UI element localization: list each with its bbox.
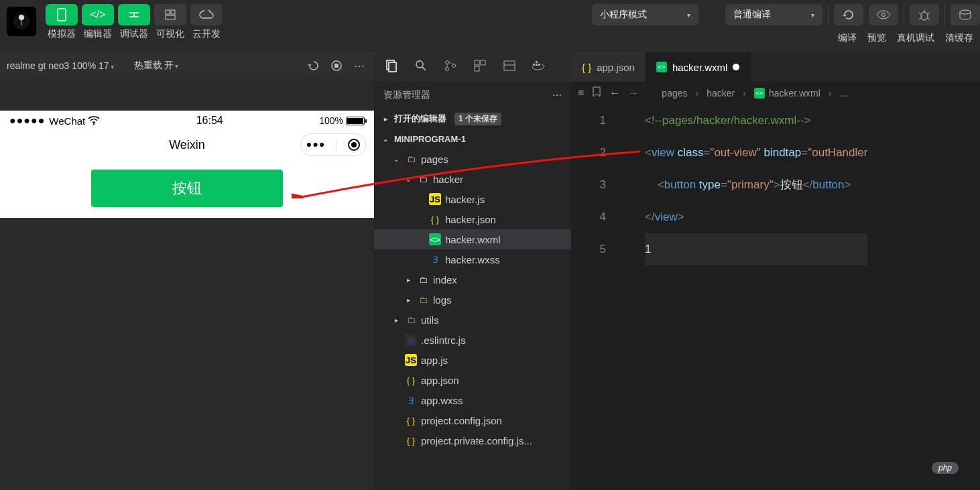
breadcrumb-pages[interactable]: pages (662, 88, 687, 99)
file-project-private[interactable]: { }project.private.config.js... (374, 430, 571, 450)
svg-rect-24 (538, 64, 540, 66)
battery-icon (346, 117, 365, 125)
php-watermark: php (932, 462, 959, 474)
breadcrumb-more[interactable]: ... (840, 88, 848, 99)
real-debug-label: 真机调试 (897, 32, 934, 44)
panel-icon[interactable] (501, 59, 517, 76)
editor-label: 编辑器 (84, 28, 112, 40)
svg-rect-2 (58, 9, 66, 21)
capsule-close-icon[interactable] (348, 139, 360, 151)
svg-point-7 (921, 12, 928, 20)
cloud-button[interactable]: 云开发 (190, 4, 223, 50)
file-hacker-js[interactable]: JShacker.js (374, 189, 571, 209)
file-hacker-json[interactable]: { }hacker.json (374, 209, 571, 229)
explorer-more-icon[interactable]: ⋯ (552, 90, 562, 101)
simulator-label: 模拟器 (48, 28, 76, 40)
svg-point-14 (416, 61, 423, 68)
code-content: <!--pages/hacker/hacker.wxml--> <view cl… (645, 105, 867, 265)
breadcrumb-hacker[interactable]: hacker (707, 88, 735, 99)
file-hacker-wxml[interactable]: <>hacker.wxml (374, 229, 571, 249)
svg-rect-5 (166, 15, 175, 19)
svg-point-8 (960, 10, 971, 14)
hotreload-dropdown[interactable]: 热重载 开▾ (134, 60, 179, 72)
svg-rect-21 (504, 61, 515, 70)
signal-icon: ●●●●● (9, 115, 45, 127)
explorer-panel: 资源管理器 ⋯ ▸ 打开的编辑器 1 个未保存 ⌄ MINIPROGRAM-1 … (374, 82, 571, 490)
preview-icon-button[interactable] (869, 4, 898, 25)
git-icon[interactable] (442, 59, 458, 76)
toolbar-right-labels: 编译 预览 真机调试 清缓存 (838, 32, 973, 44)
svg-rect-18 (475, 60, 479, 65)
folder-index[interactable]: ▸🗀index (374, 269, 571, 290)
top-toolbar: 模拟器 </> 编辑器 调试器 可视化 云开发 小程序模式▾ 普通编译▾ (0, 0, 980, 50)
primary-button[interactable]: 按钮 (91, 170, 283, 207)
svg-rect-20 (475, 66, 479, 71)
clear-cache-label: 清缓存 (945, 32, 973, 44)
bookmark-icon[interactable] (592, 86, 601, 100)
primary-button-label: 按钮 (172, 178, 202, 198)
compile-dropdown-label: 普通编译 (733, 9, 771, 21)
simulator-bar: realme gt neo3 100% 17▾ 热重载 开▾ ⋯ (0, 52, 374, 79)
file-app-json[interactable]: { }app.json (374, 370, 571, 390)
wifi-icon (88, 116, 100, 125)
phone-capsule[interactable]: ••• (300, 133, 366, 156)
svg-rect-10 (334, 64, 339, 68)
folder-logs[interactable]: ▸🗀logs (374, 290, 571, 310)
explorer-title-row: 资源管理器 ⋯ (374, 82, 571, 109)
file-app-wxss[interactable]: ∃app.wxss (374, 390, 571, 410)
tab-app-json[interactable]: { }app.json (571, 52, 646, 82)
editor-tabs: { }app.json <>hacker.wxml (571, 52, 980, 82)
breadcrumb: ≡ ← → pages› hacker› <>hacker.wxml› ... (571, 82, 980, 105)
editor-button[interactable]: </> 编辑器 (82, 4, 114, 50)
debugger-label: 调试器 (120, 28, 148, 40)
folder-hacker[interactable]: ⌄🗀hacker (374, 169, 571, 189)
compile-icon-button[interactable] (834, 4, 863, 25)
explorer-icon[interactable] (383, 59, 400, 76)
open-editors-header[interactable]: ▸ 打开的编辑器 1 个未保存 (374, 109, 571, 129)
docker-icon[interactable] (531, 60, 547, 75)
breadcrumb-file[interactable]: <>hacker.wxml (754, 88, 820, 99)
mode-dropdown-label: 小程序模式 (600, 9, 647, 21)
file-project-config[interactable]: { }project.config.json (374, 410, 571, 430)
refresh-icon[interactable] (306, 58, 322, 74)
debugger-button[interactable]: 调试器 (118, 4, 150, 50)
tab-hacker-wxml[interactable]: <>hacker.wxml (646, 52, 751, 82)
stop-icon[interactable] (328, 58, 345, 74)
line-gutter: 1 2 3 4 5 (571, 105, 618, 265)
svg-point-1 (19, 15, 24, 20)
preview-label: 预览 (867, 32, 886, 44)
phone-title: Weixin (169, 138, 205, 152)
svg-rect-22 (533, 64, 535, 66)
svg-point-6 (882, 13, 885, 17)
file-eslint[interactable]: ◎.eslintrc.js (374, 330, 571, 350)
more-icon[interactable]: ⋯ (351, 58, 367, 74)
visualize-label: 可视化 (156, 28, 184, 40)
real-debug-icon-button[interactable] (910, 4, 939, 25)
svg-point-11 (93, 123, 95, 125)
forward-icon[interactable]: → (628, 87, 639, 99)
svg-rect-25 (536, 61, 538, 63)
svg-point-17 (452, 64, 456, 67)
search-icon[interactable] (413, 59, 429, 76)
compile-label: 编译 (838, 32, 857, 44)
device-dropdown[interactable]: realme gt neo3 100% 17▾ (7, 60, 114, 71)
folder-utils[interactable]: ▸🗀utils (374, 310, 571, 330)
folder-pages[interactable]: ⌄🗀pages (374, 149, 571, 169)
file-app-js[interactable]: JSapp.js (374, 350, 571, 370)
code-editor[interactable]: 1 2 3 4 5 <!--pages/hacker/hacker.wxml--… (571, 105, 980, 490)
simulator-button[interactable]: 模拟器 (46, 4, 78, 50)
carrier-label: WeChat (49, 115, 85, 127)
back-icon[interactable]: ← (609, 87, 620, 99)
project-header[interactable]: ⌄ MINIPROGRAM-1 (374, 129, 571, 149)
extensions-icon[interactable] (472, 59, 488, 76)
toolbar-left: 模拟器 </> 编辑器 调试器 可视化 云开发 (46, 0, 223, 50)
clear-cache-icon-button[interactable] (951, 4, 980, 25)
phone-status-bar: ●●●●● WeChat 16:54 100% (0, 111, 374, 131)
svg-point-15 (446, 60, 449, 64)
mode-dropdown[interactable]: 小程序模式▾ (592, 4, 698, 25)
file-hacker-wxss[interactable]: ∃hacker.wxss (374, 249, 571, 269)
compile-dropdown[interactable]: 普通编译▾ (725, 4, 822, 25)
app-icon (7, 7, 36, 36)
visualize-button[interactable]: 可视化 (154, 4, 186, 50)
list-icon[interactable]: ≡ (578, 87, 584, 99)
